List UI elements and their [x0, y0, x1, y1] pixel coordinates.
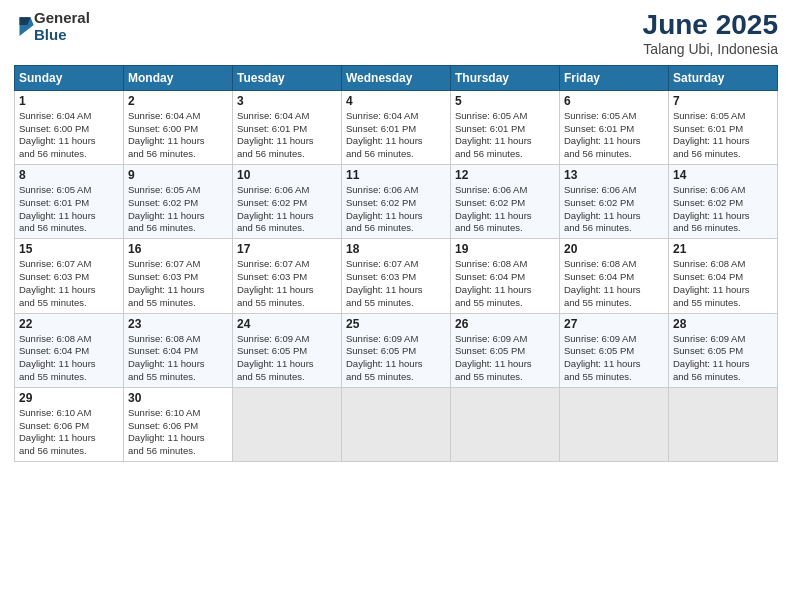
calendar-week-row: 22Sunrise: 6:08 AM Sunset: 6:04 PM Dayli… [15, 313, 778, 387]
calendar-cell: 14Sunrise: 6:06 AM Sunset: 6:02 PM Dayli… [669, 165, 778, 239]
day-number: 27 [564, 317, 664, 331]
logo-blue: Blue [34, 27, 90, 44]
day-info: Sunrise: 6:04 AM Sunset: 6:01 PM Dayligh… [237, 110, 337, 161]
calendar-cell: 28Sunrise: 6:09 AM Sunset: 6:05 PM Dayli… [669, 313, 778, 387]
calendar-cell: 7Sunrise: 6:05 AM Sunset: 6:01 PM Daylig… [669, 90, 778, 164]
day-number: 9 [128, 168, 228, 182]
day-number: 7 [673, 94, 773, 108]
calendar-cell: 24Sunrise: 6:09 AM Sunset: 6:05 PM Dayli… [233, 313, 342, 387]
day-info: Sunrise: 6:04 AM Sunset: 6:01 PM Dayligh… [346, 110, 446, 161]
logo-icon [16, 14, 34, 36]
calendar-cell: 2Sunrise: 6:04 AM Sunset: 6:00 PM Daylig… [124, 90, 233, 164]
calendar-week-row: 1Sunrise: 6:04 AM Sunset: 6:00 PM Daylig… [15, 90, 778, 164]
day-info: Sunrise: 6:05 AM Sunset: 6:01 PM Dayligh… [673, 110, 773, 161]
calendar: SundayMondayTuesdayWednesdayThursdayFrid… [14, 65, 778, 462]
weekday-header: Friday [560, 65, 669, 90]
day-number: 1 [19, 94, 119, 108]
day-info: Sunrise: 6:05 AM Sunset: 6:01 PM Dayligh… [455, 110, 555, 161]
header: General Blue June 2025 Talang Ubi, Indon… [14, 10, 778, 57]
weekday-header: Sunday [15, 65, 124, 90]
calendar-cell: 19Sunrise: 6:08 AM Sunset: 6:04 PM Dayli… [451, 239, 560, 313]
calendar-cell: 26Sunrise: 6:09 AM Sunset: 6:05 PM Dayli… [451, 313, 560, 387]
day-info: Sunrise: 6:06 AM Sunset: 6:02 PM Dayligh… [564, 184, 664, 235]
calendar-week-row: 8Sunrise: 6:05 AM Sunset: 6:01 PM Daylig… [15, 165, 778, 239]
calendar-cell [451, 387, 560, 461]
calendar-cell: 23Sunrise: 6:08 AM Sunset: 6:04 PM Dayli… [124, 313, 233, 387]
calendar-cell: 13Sunrise: 6:06 AM Sunset: 6:02 PM Dayli… [560, 165, 669, 239]
day-number: 8 [19, 168, 119, 182]
calendar-cell: 17Sunrise: 6:07 AM Sunset: 6:03 PM Dayli… [233, 239, 342, 313]
calendar-cell: 5Sunrise: 6:05 AM Sunset: 6:01 PM Daylig… [451, 90, 560, 164]
day-info: Sunrise: 6:06 AM Sunset: 6:02 PM Dayligh… [237, 184, 337, 235]
day-info: Sunrise: 6:09 AM Sunset: 6:05 PM Dayligh… [455, 333, 555, 384]
calendar-cell [560, 387, 669, 461]
day-info: Sunrise: 6:08 AM Sunset: 6:04 PM Dayligh… [564, 258, 664, 309]
day-info: Sunrise: 6:05 AM Sunset: 6:01 PM Dayligh… [19, 184, 119, 235]
day-number: 5 [455, 94, 555, 108]
day-info: Sunrise: 6:08 AM Sunset: 6:04 PM Dayligh… [673, 258, 773, 309]
calendar-cell: 30Sunrise: 6:10 AM Sunset: 6:06 PM Dayli… [124, 387, 233, 461]
day-number: 18 [346, 242, 446, 256]
day-info: Sunrise: 6:08 AM Sunset: 6:04 PM Dayligh… [19, 333, 119, 384]
day-info: Sunrise: 6:05 AM Sunset: 6:02 PM Dayligh… [128, 184, 228, 235]
calendar-cell: 15Sunrise: 6:07 AM Sunset: 6:03 PM Dayli… [15, 239, 124, 313]
day-info: Sunrise: 6:09 AM Sunset: 6:05 PM Dayligh… [237, 333, 337, 384]
calendar-cell: 4Sunrise: 6:04 AM Sunset: 6:01 PM Daylig… [342, 90, 451, 164]
logo: General Blue [14, 10, 90, 43]
calendar-cell: 21Sunrise: 6:08 AM Sunset: 6:04 PM Dayli… [669, 239, 778, 313]
location: Talang Ubi, Indonesia [643, 41, 778, 57]
day-info: Sunrise: 6:07 AM Sunset: 6:03 PM Dayligh… [19, 258, 119, 309]
day-info: Sunrise: 6:10 AM Sunset: 6:06 PM Dayligh… [19, 407, 119, 458]
day-number: 29 [19, 391, 119, 405]
day-number: 16 [128, 242, 228, 256]
weekday-header: Wednesday [342, 65, 451, 90]
day-number: 30 [128, 391, 228, 405]
calendar-cell: 18Sunrise: 6:07 AM Sunset: 6:03 PM Dayli… [342, 239, 451, 313]
weekday-header: Saturday [669, 65, 778, 90]
calendar-cell: 9Sunrise: 6:05 AM Sunset: 6:02 PM Daylig… [124, 165, 233, 239]
logo-general: General [34, 10, 90, 27]
day-number: 12 [455, 168, 555, 182]
page: General Blue June 2025 Talang Ubi, Indon… [0, 0, 792, 612]
day-number: 20 [564, 242, 664, 256]
logo-text: General Blue [34, 10, 90, 43]
day-info: Sunrise: 6:08 AM Sunset: 6:04 PM Dayligh… [455, 258, 555, 309]
day-info: Sunrise: 6:10 AM Sunset: 6:06 PM Dayligh… [128, 407, 228, 458]
day-number: 10 [237, 168, 337, 182]
day-number: 6 [564, 94, 664, 108]
month-year: June 2025 [643, 10, 778, 41]
calendar-cell: 20Sunrise: 6:08 AM Sunset: 6:04 PM Dayli… [560, 239, 669, 313]
weekday-header: Tuesday [233, 65, 342, 90]
weekday-header: Monday [124, 65, 233, 90]
day-number: 26 [455, 317, 555, 331]
calendar-cell: 29Sunrise: 6:10 AM Sunset: 6:06 PM Dayli… [15, 387, 124, 461]
day-info: Sunrise: 6:07 AM Sunset: 6:03 PM Dayligh… [346, 258, 446, 309]
calendar-cell: 16Sunrise: 6:07 AM Sunset: 6:03 PM Dayli… [124, 239, 233, 313]
day-number: 24 [237, 317, 337, 331]
day-number: 19 [455, 242, 555, 256]
calendar-cell: 12Sunrise: 6:06 AM Sunset: 6:02 PM Dayli… [451, 165, 560, 239]
calendar-week-row: 15Sunrise: 6:07 AM Sunset: 6:03 PM Dayli… [15, 239, 778, 313]
day-number: 21 [673, 242, 773, 256]
day-number: 15 [19, 242, 119, 256]
calendar-cell: 25Sunrise: 6:09 AM Sunset: 6:05 PM Dayli… [342, 313, 451, 387]
day-number: 2 [128, 94, 228, 108]
calendar-cell: 11Sunrise: 6:06 AM Sunset: 6:02 PM Dayli… [342, 165, 451, 239]
calendar-cell [342, 387, 451, 461]
calendar-cell: 3Sunrise: 6:04 AM Sunset: 6:01 PM Daylig… [233, 90, 342, 164]
day-info: Sunrise: 6:08 AM Sunset: 6:04 PM Dayligh… [128, 333, 228, 384]
calendar-cell: 22Sunrise: 6:08 AM Sunset: 6:04 PM Dayli… [15, 313, 124, 387]
calendar-cell: 27Sunrise: 6:09 AM Sunset: 6:05 PM Dayli… [560, 313, 669, 387]
calendar-cell [669, 387, 778, 461]
calendar-cell [233, 387, 342, 461]
day-number: 17 [237, 242, 337, 256]
day-info: Sunrise: 6:09 AM Sunset: 6:05 PM Dayligh… [346, 333, 446, 384]
day-info: Sunrise: 6:09 AM Sunset: 6:05 PM Dayligh… [673, 333, 773, 384]
day-info: Sunrise: 6:05 AM Sunset: 6:01 PM Dayligh… [564, 110, 664, 161]
calendar-cell: 6Sunrise: 6:05 AM Sunset: 6:01 PM Daylig… [560, 90, 669, 164]
day-info: Sunrise: 6:06 AM Sunset: 6:02 PM Dayligh… [673, 184, 773, 235]
day-info: Sunrise: 6:04 AM Sunset: 6:00 PM Dayligh… [19, 110, 119, 161]
day-info: Sunrise: 6:07 AM Sunset: 6:03 PM Dayligh… [237, 258, 337, 309]
day-number: 25 [346, 317, 446, 331]
calendar-cell: 8Sunrise: 6:05 AM Sunset: 6:01 PM Daylig… [15, 165, 124, 239]
